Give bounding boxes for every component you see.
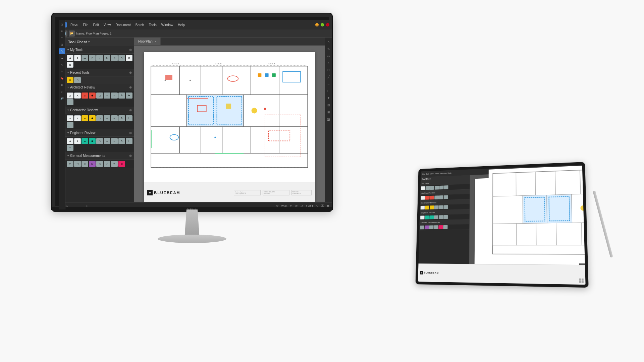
minimize-button[interactable]: — <box>315 23 319 26</box>
my-tools-add[interactable]: ⊕ <box>129 48 132 52</box>
gen-tool-6[interactable]: ✓ <box>104 161 110 167</box>
tg-tool-6[interactable] <box>443 225 447 229</box>
eng-tool-3[interactable]: ● <box>82 138 88 144</box>
tablet-menu-view[interactable]: View <box>430 173 434 175</box>
eng-tool-9[interactable]: ⊢ <box>126 138 132 144</box>
tc-tool-4[interactable] <box>434 205 439 209</box>
sidebar-icon-9[interactable]: ◉ <box>59 82 65 88</box>
menu-window[interactable]: Window <box>160 22 175 27</box>
general-measurements-header[interactable]: ▾ General Measurements ⊕ <box>65 152 134 160</box>
cont-tool-5[interactable]: □ <box>96 115 103 121</box>
general-measurements-add[interactable]: ⊕ <box>129 154 132 158</box>
contractor-review-add[interactable]: ⊕ <box>129 108 132 112</box>
tool-5[interactable]: ○ <box>96 55 103 61</box>
ta-tool-5[interactable] <box>439 195 443 199</box>
ta-tool-1[interactable] <box>421 196 425 200</box>
close-button[interactable]: × <box>326 23 329 26</box>
architect-review-add[interactable]: ⊕ <box>129 85 132 89</box>
te-tool-4[interactable] <box>434 215 438 219</box>
eng-tool-8[interactable]: ✎ <box>118 138 125 144</box>
tablet-menu-window[interactable]: Window <box>440 172 447 174</box>
arch-tool-1[interactable]: A <box>67 93 73 99</box>
te-tool-1[interactable] <box>420 216 425 220</box>
menu-file[interactable]: File <box>81 22 90 27</box>
sidebar-icon-8[interactable]: 🔖 <box>59 75 65 81</box>
right-tool-cursor[interactable]: ↖ <box>326 39 332 45</box>
t-tool-3[interactable] <box>430 186 434 190</box>
sidebar-icon-3[interactable]: T <box>59 38 65 41</box>
gen-tool-2[interactable]: ⊣ <box>74 161 81 167</box>
te-tool-2[interactable] <box>425 216 429 220</box>
eng-tool-10[interactable]: ⊣ <box>67 145 73 151</box>
right-tool-rect[interactable]: □ <box>326 67 332 73</box>
pdf-tab-floorplan[interactable]: FloorPlan × <box>134 38 161 45</box>
arch-tool-8[interactable]: ✎ <box>118 93 125 99</box>
sidebar-icon-5[interactable]: ☁ <box>59 55 65 61</box>
right-tool-text[interactable]: T <box>326 95 332 101</box>
maximize-button[interactable]: □ <box>321 23 324 26</box>
right-tool-pen[interactable]: ✎ <box>326 46 332 52</box>
tool-6[interactable]: ▷ <box>104 55 110 61</box>
tc-tool-5[interactable] <box>439 205 443 209</box>
panel-dropdown-arrow[interactable]: ▾ <box>88 40 90 44</box>
recent-tools-header[interactable]: ▾ Recent Tools ⊕ <box>65 69 134 76</box>
arch-tool-9[interactable]: ⊢ <box>126 93 132 99</box>
cont-tool-3[interactable]: ● <box>82 115 88 121</box>
sidebar-icon-7[interactable]: ⊢ <box>59 68 65 74</box>
right-tool-measure[interactable]: ⊞ <box>326 109 332 115</box>
arch-tool-5[interactable]: □ <box>96 93 103 99</box>
contractor-review-header[interactable]: ▾ Contractor Review ⊕ <box>65 107 134 114</box>
tg-tool-4[interactable] <box>434 225 438 229</box>
tc-tool-2[interactable] <box>425 205 429 209</box>
cont-tool-2[interactable]: A <box>74 115 81 121</box>
arch-tool-7[interactable]: ↔ <box>111 93 118 99</box>
tool-9[interactable]: B <box>126 55 132 61</box>
gen-tool-5[interactable]: □ <box>96 161 103 167</box>
t-tool-2[interactable] <box>426 186 430 190</box>
eng-tool-2[interactable]: A <box>74 138 81 144</box>
tablet-menu-edit[interactable]: Edit <box>426 173 429 175</box>
sidebar-icon-11[interactable]: 🔊 <box>59 95 65 101</box>
tablet-menu-help[interactable]: Help <box>448 172 452 174</box>
eng-tool-7[interactable]: ↔ <box>111 138 118 144</box>
tool-1[interactable]: A <box>67 55 73 61</box>
arch-tool-6[interactable]: ○ <box>104 93 110 99</box>
menu-revu[interactable]: Revu <box>69 22 80 27</box>
tool-3[interactable]: — <box>82 55 88 61</box>
menu-batch[interactable]: Batch <box>134 22 146 27</box>
tc-tool-6[interactable] <box>443 205 448 209</box>
menu-view[interactable]: View <box>102 22 113 27</box>
cont-tool-4[interactable]: ◉ <box>89 115 96 121</box>
tc-tool-3[interactable] <box>430 205 434 209</box>
sidebar-icon-4[interactable]: ⊞ <box>59 42 65 48</box>
right-tool-area[interactable]: ◪ <box>326 116 332 122</box>
cont-tool-9[interactable]: ⊢ <box>126 115 132 121</box>
toolbar-open-icon[interactable]: 📂 <box>69 31 75 37</box>
gen-tool-7[interactable]: ✎ <box>111 161 118 167</box>
my-tools-header[interactable]: ▾ My Tools ⊕ <box>65 46 134 54</box>
arch-tool-10[interactable]: ⊣ <box>67 99 73 105</box>
right-tool-highlight[interactable]: ▭ <box>326 53 332 59</box>
tg-tool-5[interactable] <box>438 225 443 229</box>
eng-tool-1[interactable]: A <box>67 138 73 144</box>
right-tool-stamp[interactable]: ⊡ <box>326 102 332 108</box>
eng-tool-5[interactable]: □ <box>96 138 103 144</box>
engineer-review-header[interactable]: ▾ Engineer Review ⊕ <box>65 129 134 137</box>
t-tool-6[interactable] <box>444 185 448 189</box>
cont-tool-10[interactable]: ⊣ <box>67 122 73 128</box>
t-tool-4[interactable] <box>435 186 439 190</box>
windows-button[interactable] <box>579 279 584 283</box>
recent-tool-2[interactable]: □ <box>74 77 81 83</box>
ta-tool-3[interactable] <box>430 196 434 200</box>
tool-2[interactable]: A <box>74 55 81 61</box>
tool-7[interactable]: ◇ <box>111 55 118 61</box>
gen-tool-3[interactable]: □ <box>82 161 88 167</box>
tg-tool-2[interactable] <box>425 226 429 230</box>
tool-10[interactable]: B <box>67 62 73 68</box>
sidebar-icon-10[interactable]: ⌕ <box>59 88 65 95</box>
menu-tools[interactable]: Tools <box>147 22 158 27</box>
te-tool-3[interactable] <box>429 216 434 220</box>
ta-tool-2[interactable] <box>425 196 430 200</box>
recent-tools-add[interactable]: ⊕ <box>129 71 132 74</box>
sidebar-icon-6[interactable]: ✎ <box>59 62 65 68</box>
